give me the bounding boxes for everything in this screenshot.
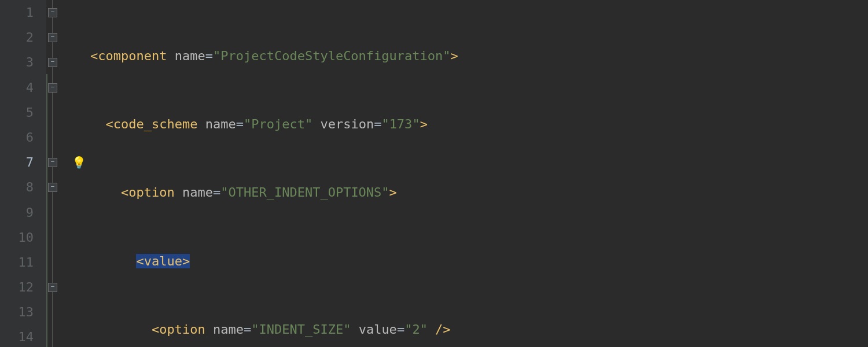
line-number[interactable]: 1 (0, 0, 46, 25)
change-marker (46, 74, 47, 347)
fold-toggle-icon[interactable]: − (48, 8, 57, 17)
line-number[interactable]: 9 (0, 200, 46, 225)
code-line[interactable]: <option name="OTHER_INDENT_OPTIONS"> (90, 180, 868, 205)
fold-toggle-icon[interactable]: − (48, 283, 57, 292)
fold-toggle-icon[interactable]: − (48, 183, 57, 192)
line-number-gutter[interactable]: 1234567891011121314 (0, 0, 46, 347)
code-line[interactable]: <code_scheme name="Project" version="173… (90, 112, 868, 136)
fold-toggle-icon[interactable]: − (48, 158, 57, 167)
line-number[interactable]: 11 (0, 250, 46, 275)
intention-column: 💡 (69, 0, 90, 347)
code-editor: 1234567891011121314 −−−−−−− 💡 <component… (0, 0, 868, 347)
fold-guide (52, 0, 53, 347)
code-area[interactable]: <component name="ProjectCodeStyleConfigu… (90, 0, 868, 347)
line-number[interactable]: 12 (0, 275, 46, 300)
line-number[interactable]: 14 (0, 324, 46, 347)
line-number[interactable]: 4 (0, 75, 46, 100)
code-line[interactable]: <component name="ProjectCodeStyleConfigu… (90, 43, 868, 68)
line-number[interactable]: 3 (0, 50, 46, 75)
line-number[interactable]: 7 (0, 150, 46, 175)
intention-bulb-icon[interactable]: 💡 (72, 156, 86, 169)
code-line[interactable]: <value> (90, 249, 868, 274)
line-number[interactable]: 5 (0, 100, 46, 125)
line-number[interactable]: 8 (0, 175, 46, 200)
fold-column[interactable]: −−−−−−− (46, 0, 69, 347)
fold-toggle-icon[interactable]: − (48, 58, 57, 67)
line-number[interactable]: 2 (0, 25, 46, 50)
line-number[interactable]: 10 (0, 225, 46, 250)
code-line[interactable]: <option name="INDENT_SIZE" value="2" /> (90, 317, 868, 342)
fold-toggle-icon[interactable]: − (48, 83, 57, 93)
fold-toggle-icon[interactable]: − (48, 33, 57, 42)
line-number[interactable]: 6 (0, 125, 46, 150)
line-number[interactable]: 13 (0, 300, 46, 324)
